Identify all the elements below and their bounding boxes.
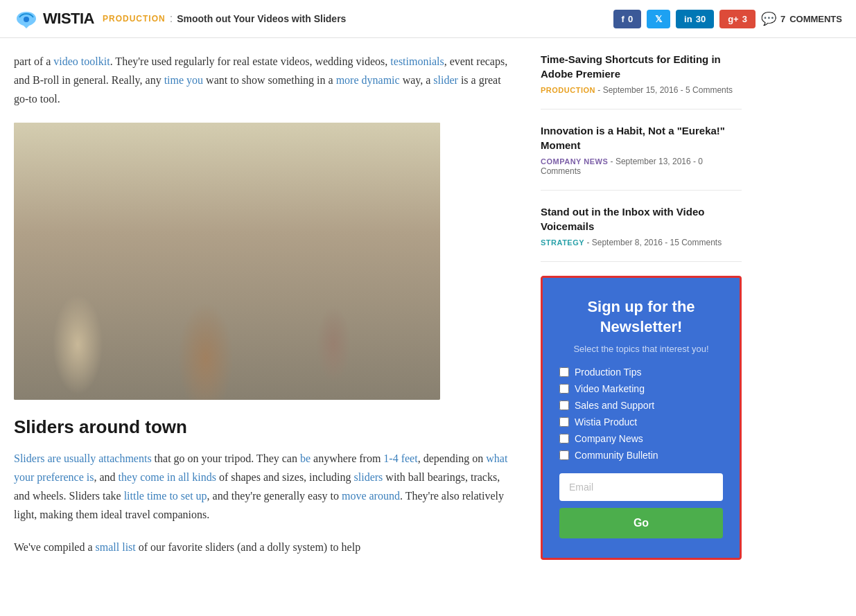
newsletter-go-button[interactable]: Go [559, 508, 723, 538]
related-post-3-meta: STRATEGY - September 8, 2016 - 15 Commen… [541, 238, 742, 247]
twitter-share-button[interactable]: 𝕏 [647, 10, 670, 28]
related-post-1-meta: PRODUCTION - September 15, 2016 - 5 Comm… [541, 85, 742, 95]
little-link[interactable]: little time to set up [124, 490, 207, 502]
newsletter-checkboxes: Production Tips Video Marketing Sales an… [559, 367, 723, 461]
related-post-3-category[interactable]: STRATEGY [541, 238, 584, 247]
svg-point-0 [24, 17, 29, 22]
related-post-2: Innovation is a Habit, Not a "Eureka!" M… [541, 123, 742, 191]
related-post-2-meta: COMPANY NEWS - September 13, 2016 - 0 Co… [541, 157, 742, 176]
range-link[interactable]: 1-4 feet [383, 452, 417, 464]
wistia-product-checkbox[interactable] [559, 417, 569, 427]
main-container: part of a video toolkit. They're used re… [0, 38, 856, 571]
video-toolkit-link[interactable]: video toolkit [53, 55, 110, 67]
article-image [14, 123, 440, 400]
sliders-link[interactable]: Sliders are usually attachments [14, 452, 152, 464]
small-list-link[interactable]: small list [96, 541, 136, 553]
video-marketing-label[interactable]: Video Marketing [575, 383, 645, 394]
related-post-2-category[interactable]: COMPANY NEWS [541, 157, 608, 166]
comment-icon: 💬 [761, 11, 776, 26]
related-post-1-title[interactable]: Time-Saving Shortcuts for Editing in Ado… [541, 52, 742, 81]
sales-support-label[interactable]: Sales and Support [575, 400, 654, 411]
checkbox-video-marketing: Video Marketing [559, 383, 723, 394]
twitter-icon: 𝕏 [655, 14, 662, 24]
nav-separator: : [170, 12, 173, 25]
checkbox-company-news: Company News [559, 433, 723, 444]
related-post-2-title[interactable]: Innovation is a Habit, Not a "Eureka!" M… [541, 123, 742, 152]
be-link[interactable]: be [300, 452, 311, 464]
related-post-3: Stand out in the Inbox with Video Voicem… [541, 204, 742, 262]
article-intro: part of a video toolkit. They're used re… [14, 52, 513, 109]
sales-support-checkbox[interactable] [559, 401, 569, 410]
newsletter-subtitle: Select the topics that interest you! [559, 344, 723, 354]
googleplus-icon: g+ [728, 14, 739, 24]
more-link[interactable]: more dynamic [336, 74, 400, 86]
facebook-icon: f [622, 14, 624, 24]
newsletter-title: Sign up for the Newsletter! [559, 297, 723, 337]
linkedin-share-button[interactable]: in 30 [676, 10, 714, 28]
facebook-count: 0 [628, 14, 633, 24]
related-post-3-date: - September 8, 2016 - 15 Comments [586, 238, 722, 247]
navbar: WISTIA PRODUCTION : Smooth out Your Vide… [0, 0, 856, 38]
production-tips-label[interactable]: Production Tips [575, 367, 642, 378]
newsletter-widget: Sign up for the Newsletter! Select the t… [541, 276, 742, 560]
checkbox-production-tips: Production Tips [559, 367, 723, 378]
article-content: part of a video toolkit. They're used re… [14, 52, 541, 571]
sidebar: Time-Saving Shortcuts for Editing in Ado… [541, 52, 742, 571]
move-link[interactable]: move around [342, 490, 400, 502]
checkbox-sales-support: Sales and Support [559, 400, 723, 411]
time-link[interactable]: time you [164, 74, 203, 86]
nav-article-title: Smooth out Your Videos with Sliders [177, 13, 346, 24]
community-bulletin-checkbox[interactable] [559, 450, 569, 460]
newsletter-email-input[interactable] [559, 473, 723, 501]
logo-wordmark: WISTIA [43, 10, 94, 28]
sliders2-link[interactable]: sliders [354, 471, 383, 483]
community-bulletin-label[interactable]: Community Bulletin [575, 450, 658, 461]
related-post-1: Time-Saving Shortcuts for Editing in Ado… [541, 52, 742, 109]
checkbox-wistia-product: Wistia Product [559, 416, 723, 428]
company-news-checkbox[interactable] [559, 434, 569, 443]
testimonials-link[interactable]: testimonials [390, 55, 444, 67]
slider-link[interactable]: slider [433, 74, 458, 86]
comments-count: 7 [780, 14, 785, 24]
wistia-product-label[interactable]: Wistia Product [575, 416, 637, 428]
production-tips-checkbox[interactable] [559, 367, 569, 377]
checkbox-community-bulletin: Community Bulletin [559, 450, 723, 461]
comments-label: COMMENTS [789, 14, 842, 24]
navbar-left: WISTIA PRODUCTION : Smooth out Your Vide… [14, 9, 613, 28]
facebook-share-button[interactable]: f 0 [613, 10, 642, 28]
googleplus-count: 3 [742, 14, 747, 24]
linkedin-icon: in [684, 14, 692, 24]
related-post-1-category[interactable]: PRODUCTION [541, 86, 595, 94]
navbar-right: f 0 𝕏 in 30 g+ 3 💬 7 COMMENTS [613, 10, 842, 28]
related-post-3-title[interactable]: Stand out in the Inbox with Video Voicem… [541, 204, 742, 234]
related-post-1-date: - September 15, 2016 - 5 Comments [597, 85, 733, 95]
wistia-logo-icon [14, 9, 39, 28]
nav-production-label: PRODUCTION [103, 14, 166, 24]
company-news-label[interactable]: Company News [575, 433, 643, 444]
article-body-paragraph1: Sliders are usually attachments that go … [14, 449, 513, 525]
comments-button[interactable]: 💬 7 COMMENTS [761, 11, 842, 26]
logo[interactable]: WISTIA [14, 9, 94, 28]
googleplus-share-button[interactable]: g+ 3 [719, 10, 755, 28]
article-body-paragraph2: We've compiled a small list of our favor… [14, 538, 513, 556]
section-title: Sliders around town [14, 416, 513, 438]
video-marketing-checkbox[interactable] [559, 384, 569, 394]
they-link[interactable]: they come in all kinds [119, 471, 216, 483]
linkedin-count: 30 [696, 14, 706, 24]
